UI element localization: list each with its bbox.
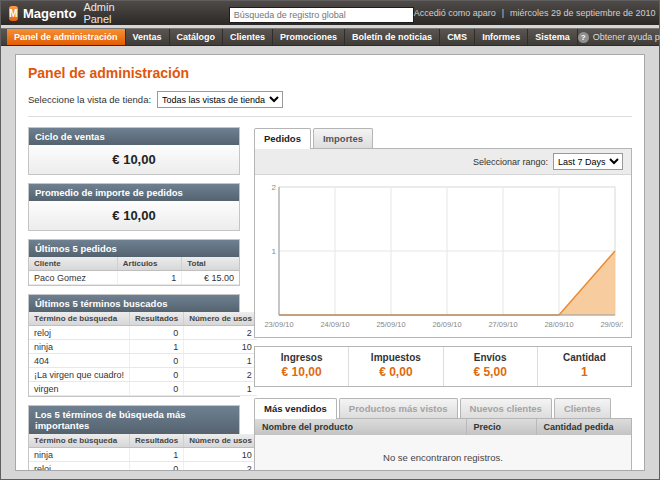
tab-mas-vendidos[interactable]: Más vendidos [254,398,337,419]
average-orders-value: € 10,00 [29,201,239,230]
svg-text:28/09/10: 28/09/10 [544,320,573,329]
table-row[interactable]: Paco Gomez 1 € 15.00 [29,271,239,285]
search-term: ninja [29,448,130,462]
uses-count: 1 [184,382,257,396]
table-row[interactable]: ¡La virgen que cuadro! 0 2 [29,368,257,382]
range-selector-row: Seleccionar rango: Last 7 Days [255,149,631,175]
nav-item-ventas[interactable]: Ventas [126,29,170,45]
left-column: Ciclo de ventas € 10,00 Promedio de impo… [28,127,240,471]
nav-item-cms[interactable]: CMS [440,29,475,45]
lifetime-sales-panel: Ciclo de ventas € 10,00 [28,127,240,175]
stat-label: Impuestos [353,352,438,363]
results-count: 0 [130,462,184,472]
store-view-label: Seleccione la vista de tienda: [28,94,151,105]
content-area: Panel de administración Seleccione la vi… [1,46,659,479]
col-header: Resultados [130,312,184,326]
col-header: Número de usos [184,434,257,448]
col-header: Término de búsqueda [29,312,130,326]
table-row[interactable]: 404 0 1 [29,354,257,368]
col-header: Término de búsqueda [29,434,130,448]
uses-count: 2 [184,326,257,340]
top-search-terms-title: Los 5 términos de búsqueda más important… [29,406,239,434]
search-term: virgen [29,382,130,396]
help-link-label: Obtener ayuda para esta página [593,32,660,42]
stat-cantidad: Cantidad 1 [537,347,631,386]
table-row[interactable]: reloj 0 2 [29,462,257,472]
logged-in-as-text: Accedió como aparo [414,8,496,18]
results-count: 0 [130,354,184,368]
help-icon: ? [578,32,589,43]
nav-item-informes[interactable]: Informes [475,29,528,45]
svg-text:27/09/10: 27/09/10 [488,320,517,329]
magento-admin-window: M Magento Admin Panel Accedió como aparo… [0,0,660,480]
results-count: 0 [130,326,184,340]
store-view-select[interactable]: Todas las vistas de tienda [157,91,283,108]
range-label: Seleccionar rango: [473,157,548,167]
results-count: 0 [130,368,184,382]
table-row[interactable]: ninja 1 10 [29,340,257,354]
range-select[interactable]: Last 7 Days [553,153,623,170]
nav-item-clientes[interactable]: Clientes [223,29,273,45]
logo-text: Magento [23,6,76,21]
meta-separator: | [502,8,504,18]
col-header: Nombre del producto [255,419,466,435]
empty-records-message: No se encontraron registros. [255,435,631,471]
nav-item-catalogo[interactable]: Catálogo [170,29,224,45]
col-header: Artículos [117,257,181,271]
top-search-terms-panel: Los 5 términos de búsqueda más important… [28,405,240,471]
svg-text:29/09/10: 29/09/10 [600,320,623,329]
last-orders-table: Cliente Artículos Total Paco Gomez 1 € 1… [29,257,239,285]
last-search-terms-title: Últimos 5 términos buscados [29,295,239,312]
current-date-text: miércoles 29 de septiembre de 2010 [510,8,656,18]
uses-count: 2 [184,368,257,382]
lifetime-sales-value: € 10,00 [29,145,239,174]
chart-tabs: Pedidos Importes [254,127,632,148]
tab-nuevos-clientes[interactable]: Nuevos clientes [460,398,552,418]
store-view-switcher: Seleccione la vista de tienda: Todas las… [28,91,632,117]
tab-productos-mas-vistos[interactable]: Productos más vistos [339,398,458,418]
tab-importes[interactable]: Importes [313,128,373,148]
col-header: Número de usos [184,312,257,326]
svg-text:25/09/10: 25/09/10 [376,320,405,329]
magento-logo: M Magento Admin Panel [9,1,121,25]
table-row[interactable]: reloj 0 2 [29,326,257,340]
search-term: ¡La virgen que cuadro! [29,368,130,382]
average-orders-panel: Promedio de importe de pedidos € 10,00 [28,183,240,231]
top-header-bar: M Magento Admin Panel Accedió como aparo… [1,1,659,25]
stat-ingresos: Ingresos € 10,00 [255,347,348,386]
nav-item-promociones[interactable]: Promociones [273,29,345,45]
tab-pedidos[interactable]: Pedidos [254,128,311,149]
nav-item-dashboard[interactable]: Panel de administración [7,29,126,45]
tab-clientes[interactable]: Clientes [554,398,611,418]
customer-name: Paco Gomez [29,271,117,285]
col-header: Cantidad pedida [536,419,631,435]
page-title: Panel de administración [28,65,632,81]
nav-item-boletin[interactable]: Boletín de noticias [345,29,440,45]
stat-label: Ingresos [259,352,344,363]
page-help-link[interactable]: ? Obtener ayuda para esta página [578,29,660,45]
table-row[interactable]: virgen 0 1 [29,382,257,396]
stat-label: Cantidad [542,352,627,363]
products-tabs: Más vendidos Productos más vistos Nuevos… [254,397,632,418]
content-box: Panel de administración Seleccione la vi… [15,54,645,471]
svg-text:24/09/10: 24/09/10 [320,320,349,329]
col-header: Total [182,257,239,271]
table-row[interactable]: ninja 1 10 [29,448,257,462]
orders-chart-panel: Seleccionar rango: Last 7 Days 1223/09/1… [254,148,632,338]
global-search-input[interactable] [229,7,414,23]
nav-item-sistema[interactable]: Sistema [528,29,578,45]
stat-label: Envíos [448,352,533,363]
stat-value: € 0,00 [353,365,438,379]
lifetime-sales-title: Ciclo de ventas [29,128,239,145]
bestsellers-table: Nombre del producto Precio Cantidad pedi… [255,419,631,471]
logo-subtitle: Admin Panel [83,1,120,25]
last-orders-panel: Últimos 5 pedidos Cliente Artículos Tota… [28,239,240,286]
svg-text:26/09/10: 26/09/10 [432,320,461,329]
stat-value: 1 [542,365,627,379]
col-header: Precio [466,419,536,435]
global-search [229,4,414,23]
orders-chart: 1223/09/1024/09/1025/09/1026/09/1027/09/… [263,181,623,331]
header-meta: Accedió como aparo | miércoles 29 de sep… [414,8,660,18]
bestsellers-panel: Nombre del producto Precio Cantidad pedi… [254,418,632,471]
uses-count: 10 [184,448,257,462]
